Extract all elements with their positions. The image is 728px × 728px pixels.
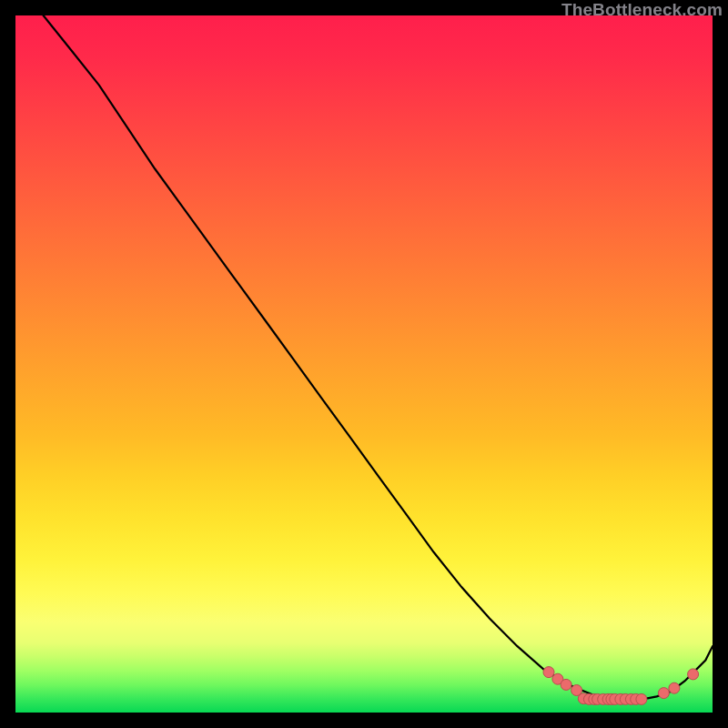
data-point-marker (669, 682, 680, 693)
data-point-marker (636, 693, 647, 704)
data-point-marker (658, 688, 669, 699)
chart-stage: TheBottleneck.com (0, 0, 728, 728)
watermark-text: TheBottleneck.com (561, 0, 723, 20)
data-point-marker (688, 669, 699, 680)
markers-group (543, 667, 699, 705)
data-point-marker (561, 679, 571, 690)
data-point-marker (543, 667, 554, 678)
curve-path (44, 15, 713, 700)
chart-overlay (15, 15, 713, 713)
